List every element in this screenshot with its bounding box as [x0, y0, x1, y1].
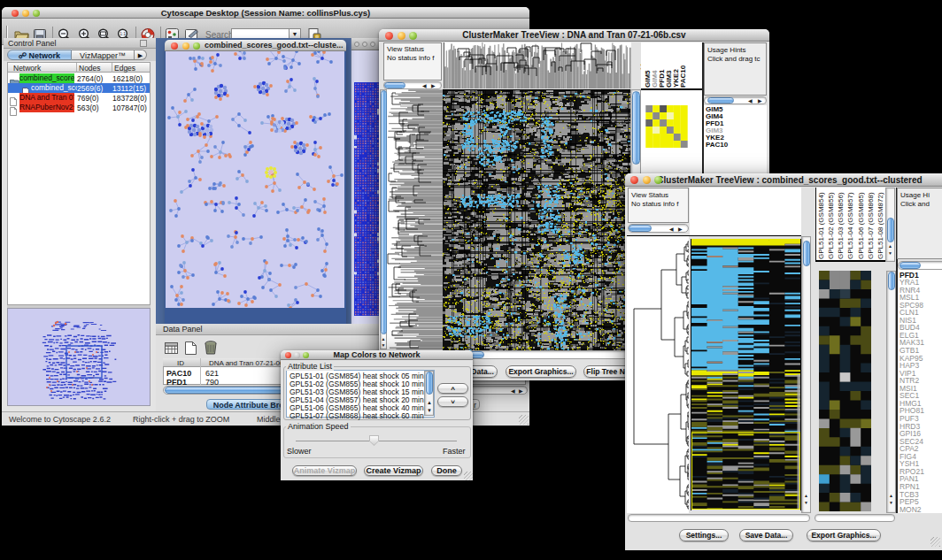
svg-text:1:1: 1:1 [120, 31, 126, 36]
